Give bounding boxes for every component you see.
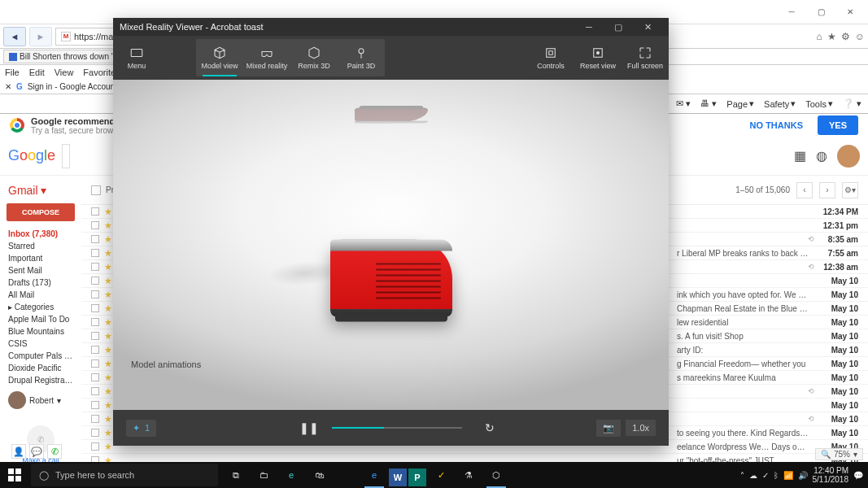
gmail-search-input[interactable] [62, 144, 70, 168]
row-checkbox[interactable] [91, 249, 99, 257]
row-checkbox[interactable] [91, 359, 99, 368]
speed-button[interactable]: 1.0x [626, 420, 656, 436]
mrv-close-button[interactable]: ✕ [633, 18, 662, 36]
row-checkbox[interactable] [91, 401, 99, 409]
model-view-button[interactable]: Model view [196, 39, 243, 76]
sidebar-item[interactable]: Inbox (7,380) [3, 228, 78, 240]
mrv-minimize-button[interactable]: ─ [574, 18, 604, 36]
menu-file[interactable]: File [5, 68, 20, 77]
compose-button[interactable]: COMPOSE [7, 203, 75, 221]
print-tool-icon[interactable]: 🖶 ▾ [697, 97, 720, 111]
file-explorer-icon[interactable]: 🗀 [251, 462, 277, 488]
taskbar-search[interactable]: ◯ Type here to search [31, 464, 218, 486]
row-checkbox[interactable] [91, 373, 99, 381]
action-center-icon[interactable]: 💬 [853, 471, 863, 480]
row-checkbox[interactable] [91, 221, 99, 229]
tools-tool[interactable]: Tools ▾ [802, 97, 836, 111]
home-icon[interactable]: ⌂ [816, 31, 822, 42]
mrv-menu-button[interactable]: Menu [113, 36, 160, 80]
row-checkbox[interactable] [91, 332, 99, 340]
row-checkbox[interactable] [91, 304, 99, 312]
hangouts-user[interactable]: Robert ▾ [3, 386, 78, 414]
favorites-icon[interactable]: ★ [827, 31, 836, 42]
norton-tray-icon[interactable]: ✓ [762, 471, 769, 480]
row-checkbox[interactable] [91, 318, 99, 326]
remix-3d-button[interactable]: Remix 3D [290, 39, 338, 76]
signin-label[interactable]: Sign in - Google Accounts [28, 82, 121, 91]
settings-gear-icon[interactable]: ⚙▾ [842, 182, 858, 198]
mrv-taskbar-icon[interactable]: ⬡ [483, 462, 509, 488]
mrv-titlebar[interactable]: Mixed Reality Viewer - Acrobat toast ─ ▢… [113, 18, 669, 36]
publisher-icon[interactable]: P [408, 468, 426, 486]
pause-button[interactable]: ❚❚ [299, 421, 319, 434]
controls-button[interactable]: Controls [527, 36, 574, 80]
menu-view[interactable]: View [55, 68, 74, 77]
tray-up-icon[interactable]: ˄ [740, 471, 744, 480]
avatar[interactable] [837, 145, 860, 168]
bluetooth-icon[interactable]: ᛒ [774, 471, 779, 480]
notifications-icon[interactable]: ◍ [816, 148, 827, 163]
close-bar-icon[interactable]: ✕ [5, 82, 11, 91]
close-button[interactable]: ✕ [835, 2, 865, 22]
mrv-canvas[interactable]: Model animations [113, 80, 669, 410]
progress-bar[interactable] [332, 427, 462, 429]
maximize-button[interactable]: ▢ [806, 2, 835, 22]
sidebar-item[interactable]: Computer Pals (18) [3, 350, 78, 362]
sidebar-item[interactable]: Important [3, 252, 78, 264]
ie-taskbar-icon[interactable]: e [361, 462, 387, 488]
forward-button[interactable]: ► [29, 27, 52, 46]
row-checkbox[interactable] [91, 429, 99, 437]
gmail-brand[interactable]: Gmail ▾ [3, 181, 78, 203]
store-icon[interactable]: 🛍 [306, 462, 332, 488]
chrome-taskbar-icon[interactable] [334, 462, 360, 488]
row-checkbox[interactable] [91, 263, 99, 271]
clock[interactable]: 12:40 PM 5/11/2018 [813, 466, 849, 484]
wifi-icon[interactable]: 📶 [783, 471, 793, 480]
paint-3d-button[interactable]: Paint 3D [338, 39, 385, 76]
hangouts-contacts-icon[interactable]: 👤 [11, 444, 26, 459]
safety-tool[interactable]: Safety ▾ [761, 97, 799, 111]
google-logo[interactable]: Google [8, 147, 55, 164]
tools-icon[interactable]: ⚙ [841, 31, 850, 42]
mixed-reality-button[interactable]: Mixed reality [243, 39, 290, 76]
task-view-icon[interactable]: ⧉ [223, 462, 249, 488]
row-checkbox[interactable] [91, 235, 99, 243]
select-all-checkbox[interactable] [91, 185, 101, 195]
reset-view-button[interactable]: Reset view [574, 36, 622, 80]
row-checkbox[interactable] [91, 277, 99, 285]
row-checkbox[interactable] [91, 387, 99, 395]
mail-tool-icon[interactable]: ✉ ▾ [673, 97, 694, 111]
hangouts-phone-icon[interactable]: ✆ [47, 444, 62, 459]
no-thanks-button[interactable]: NO THANKS [742, 115, 811, 135]
toaster-model[interactable] [330, 239, 452, 316]
sidebar-item[interactable]: ▸ Categories [3, 301, 78, 313]
back-button[interactable]: ◄ [3, 27, 26, 46]
sidebar-item[interactable]: Sent Mail [3, 264, 78, 277]
row-checkbox[interactable] [91, 442, 99, 451]
sidebar-item[interactable]: Drafts (173) [3, 277, 78, 289]
sidebar-item[interactable]: Apple Mail To Do [3, 313, 78, 325]
prev-page-button[interactable]: ‹ [796, 182, 813, 198]
row-checkbox[interactable] [91, 415, 99, 423]
yes-button[interactable]: YES [818, 115, 858, 135]
minimize-button[interactable]: ─ [777, 2, 806, 22]
word-icon[interactable]: W [389, 468, 407, 486]
mrv-maximize-button[interactable]: ▢ [604, 18, 633, 36]
fullscreen-button[interactable]: Full screen [622, 36, 669, 80]
row-checkbox[interactable] [91, 346, 99, 354]
sidebar-item[interactable]: All Mail [3, 289, 78, 301]
onedrive-icon[interactable]: ☁ [749, 471, 757, 480]
loop-button[interactable]: ↻ [485, 421, 495, 434]
sidebar-item[interactable]: Dioxide Pacific [3, 362, 78, 374]
sidebar-item[interactable]: Drupal Registration (… [3, 374, 78, 386]
camera-button[interactable]: 📷 [596, 420, 621, 437]
unknown-app-icon[interactable]: ⚗ [456, 462, 482, 488]
page-tool[interactable]: Page ▾ [723, 97, 757, 111]
start-button[interactable] [0, 462, 29, 488]
sidebar-item[interactable]: Starred [3, 240, 78, 252]
fx-button[interactable]: ✦ 1 [126, 420, 156, 437]
sidebar-item[interactable]: Blue Mountains [3, 325, 78, 338]
next-page-button[interactable]: › [819, 182, 835, 198]
volume-icon[interactable]: 🔊 [798, 471, 808, 480]
row-checkbox[interactable] [91, 290, 99, 298]
